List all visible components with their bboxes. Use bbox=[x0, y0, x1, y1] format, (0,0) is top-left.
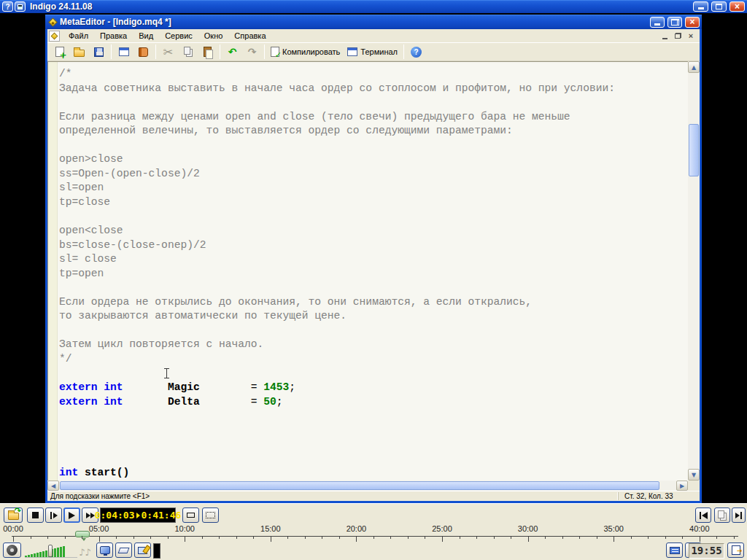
vertical-scroll-thumb[interactable] bbox=[689, 124, 699, 176]
outer-minimize-button[interactable] bbox=[693, 1, 708, 12]
previous-frame-button[interactable] bbox=[695, 508, 711, 523]
play-icon bbox=[69, 512, 75, 519]
save-button[interactable] bbox=[90, 44, 108, 60]
timeline-thumb[interactable] bbox=[75, 531, 90, 537]
compile-button[interactable]: Компилировать bbox=[267, 44, 344, 60]
timeline-tick bbox=[47, 536, 48, 539]
step-play-icon bbox=[53, 513, 58, 518]
menu-item-4[interactable]: Окно bbox=[198, 30, 229, 42]
timeline-tick bbox=[408, 536, 409, 539]
menu-item-0[interactable]: Файл bbox=[63, 30, 94, 42]
undo-button[interactable]: ↶ bbox=[223, 44, 241, 60]
timeline-panel-icon bbox=[206, 512, 215, 518]
timeline-view-button[interactable] bbox=[202, 508, 219, 523]
scroll-down-button[interactable]: ▼ bbox=[688, 469, 700, 481]
exit-icon bbox=[732, 545, 740, 555]
play-button[interactable] bbox=[63, 508, 80, 523]
horizontal-scrollbar[interactable]: ◀ ▶ bbox=[47, 481, 688, 491]
player-controls: ↷ 0:04:03 0:41:46 bbox=[0, 508, 747, 524]
redo-button[interactable]: ↷ bbox=[243, 44, 261, 60]
paste-button[interactable] bbox=[198, 44, 217, 60]
exit-button[interactable] bbox=[727, 542, 744, 558]
timeline-tick bbox=[31, 536, 31, 539]
copy-frame-button[interactable] bbox=[714, 508, 730, 523]
copy-button[interactable] bbox=[179, 44, 197, 60]
vertical-scrollbar[interactable]: ▲ ▼ bbox=[688, 61, 700, 481]
menu-item-2[interactable]: Вид bbox=[133, 30, 159, 42]
code-line: tp=close bbox=[59, 195, 615, 210]
edit-pencil-icon bbox=[138, 547, 147, 554]
open-file-button[interactable] bbox=[70, 44, 88, 60]
menu-item-3[interactable]: Сервис bbox=[159, 30, 198, 42]
code-margin bbox=[48, 62, 58, 481]
outer-help-button[interactable]: ? bbox=[2, 1, 13, 12]
speaker-icon bbox=[7, 545, 18, 556]
next-frame-button[interactable] bbox=[732, 508, 746, 523]
volume-bar bbox=[28, 555, 30, 557]
keyboard-icon bbox=[670, 547, 680, 554]
timeline-tick bbox=[511, 536, 511, 539]
open-recording-button[interactable]: ↷ bbox=[4, 508, 23, 523]
eraser-icon bbox=[118, 548, 130, 553]
annotate-button[interactable] bbox=[134, 542, 151, 558]
compact-view-button[interactable] bbox=[182, 508, 199, 523]
timeline[interactable]: 00:0005:0010:0015:0020:0025:0030:0035:00… bbox=[0, 524, 747, 542]
timeline-label: 35:00 bbox=[603, 524, 624, 533]
timeline-tick bbox=[614, 536, 614, 542]
outer-close-button[interactable]: × bbox=[729, 1, 745, 12]
code-editor[interactable]: /*Задача советника выставить в начале ча… bbox=[47, 61, 688, 481]
horizontal-scroll-thumb[interactable] bbox=[60, 481, 659, 490]
menu-item-5[interactable]: Справка bbox=[228, 30, 271, 42]
copy-icon bbox=[718, 510, 724, 518]
bar-icon bbox=[740, 512, 742, 519]
volume-slider[interactable] bbox=[25, 544, 77, 558]
scroll-up-button[interactable]: ▲ bbox=[688, 61, 700, 73]
timeline-tick bbox=[219, 536, 220, 539]
scroll-left-button[interactable]: ◀ bbox=[47, 481, 59, 491]
dictionary-button[interactable] bbox=[134, 44, 152, 60]
code-line bbox=[59, 139, 615, 153]
outer-shade-button[interactable] bbox=[15, 1, 26, 12]
cut-icon: ✂ bbox=[163, 45, 173, 59]
volume-bar bbox=[57, 548, 59, 557]
mute-button[interactable] bbox=[3, 542, 21, 558]
metaeditor-window: MetaEditor - [Indigo.mq4 *] × ФайлПравка… bbox=[45, 15, 702, 503]
eraser-button[interactable] bbox=[115, 542, 132, 558]
properties-button[interactable] bbox=[115, 44, 133, 60]
code-line: bs=close-(close-onep)/2 bbox=[59, 238, 615, 253]
mdi-minimize-button[interactable] bbox=[659, 31, 670, 41]
terminal-button[interactable]: Терминал bbox=[344, 44, 401, 60]
mdi-restore-button[interactable] bbox=[672, 31, 684, 41]
volume-bar bbox=[54, 548, 56, 557]
keyboard-button[interactable] bbox=[666, 542, 683, 558]
timer-current: 0:04:03 bbox=[95, 508, 135, 522]
previous-icon bbox=[702, 512, 708, 519]
scroll-right-button[interactable]: ▶ bbox=[676, 481, 688, 491]
metaeditor-minimize-button[interactable] bbox=[650, 17, 665, 28]
timer-display: 0:04:03 0:41:46 bbox=[100, 508, 176, 523]
timeline-tick bbox=[597, 536, 597, 539]
new-file-button[interactable] bbox=[50, 44, 69, 60]
step-forward-button[interactable] bbox=[45, 508, 62, 523]
code-line bbox=[59, 438, 615, 452]
timeline-label: 15:00 bbox=[260, 524, 281, 533]
metaeditor-restore-button[interactable] bbox=[667, 17, 682, 28]
menu-item-1[interactable]: Правка bbox=[94, 30, 133, 42]
mdi-close-button[interactable]: × bbox=[685, 31, 697, 41]
timeline-tick bbox=[322, 536, 322, 539]
status-cursor-position: Ст. 32, Кол. 33 bbox=[618, 492, 700, 500]
metaeditor-close-button[interactable]: × bbox=[685, 17, 700, 28]
timeline-label: 20:00 bbox=[347, 524, 367, 533]
screen-button[interactable] bbox=[96, 542, 113, 558]
outer-maximize-button[interactable] bbox=[711, 1, 727, 12]
code-line: Если разница между ценами open and close… bbox=[59, 110, 615, 125]
stop-button[interactable] bbox=[27, 508, 44, 523]
document-icon bbox=[49, 31, 60, 42]
code-line bbox=[59, 452, 615, 467]
compile-icon bbox=[271, 47, 279, 57]
cut-button[interactable]: ✂ bbox=[159, 44, 177, 60]
help-button[interactable]: ? bbox=[407, 44, 425, 60]
color-swatch bbox=[153, 543, 160, 559]
timeline-tick bbox=[339, 536, 340, 539]
volume-handle[interactable] bbox=[48, 545, 53, 557]
